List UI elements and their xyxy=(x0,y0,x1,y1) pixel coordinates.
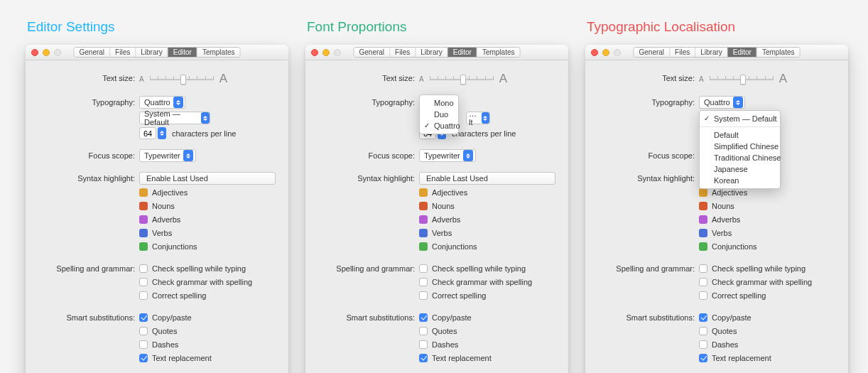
preferences-window: General Files Library Editor Templates T… xyxy=(305,45,568,373)
tab-editor[interactable]: Editor xyxy=(168,48,197,57)
check-spelling-typing[interactable] xyxy=(419,264,428,273)
typography-value: Quattro xyxy=(144,98,170,107)
stepper-arrows-icon[interactable] xyxy=(158,127,166,139)
tab-templates[interactable]: Templates xyxy=(757,48,800,57)
check-correct-spelling[interactable] xyxy=(139,291,148,300)
swatch-nouns[interactable] xyxy=(419,202,428,210)
swatch-adjectives[interactable] xyxy=(419,188,428,197)
font-locale-value: …lt xyxy=(469,109,479,126)
minimize-icon[interactable] xyxy=(602,49,609,56)
tab-general[interactable]: General xyxy=(75,48,111,57)
text-size-slider[interactable] xyxy=(710,74,774,84)
tab-files[interactable]: Files xyxy=(110,48,136,57)
check-spelling-typing[interactable] xyxy=(139,264,148,273)
enable-last-used-button[interactable]: Enable Last Used xyxy=(139,172,276,185)
zoom-icon[interactable] xyxy=(614,49,621,56)
menu-item-quattro[interactable]: Quattro xyxy=(420,120,458,131)
titlebar: General Files Library Editor Templates xyxy=(585,45,848,60)
swatch-adjectives[interactable] xyxy=(699,188,707,197)
menu-item-korean[interactable]: Korean xyxy=(700,175,780,186)
enable-last-used-button[interactable]: Enable Last Used xyxy=(419,172,555,185)
preferences-window: General Files Library Editor Templates T… xyxy=(585,45,848,373)
check-dashes[interactable] xyxy=(699,340,707,349)
tab-library[interactable]: Library xyxy=(416,48,448,57)
menu-item-traditional-chinese[interactable]: Traditional Chinese xyxy=(700,152,780,163)
check-grammar[interactable] xyxy=(419,278,428,286)
tab-files[interactable]: Files xyxy=(390,48,416,57)
menu-separator xyxy=(700,126,780,127)
label-typography: Typography: xyxy=(318,96,419,107)
tab-general[interactable]: General xyxy=(354,48,391,57)
check-quotes[interactable] xyxy=(139,327,148,335)
check-dashes[interactable] xyxy=(419,340,428,349)
font-locale-popup[interactable]: …lt xyxy=(466,112,490,124)
menu-item-default[interactable]: Default xyxy=(700,129,780,141)
tab-editor[interactable]: Editor xyxy=(728,48,757,57)
close-icon[interactable] xyxy=(591,49,598,56)
tab-general[interactable]: General xyxy=(634,48,671,57)
swatch-adverbs[interactable] xyxy=(699,215,707,224)
swatch-nouns[interactable] xyxy=(699,202,707,210)
minimize-icon[interactable] xyxy=(43,49,50,56)
zoom-icon[interactable] xyxy=(334,49,341,56)
menu-item-duo[interactable]: Duo xyxy=(420,109,458,120)
tab-editor[interactable]: Editor xyxy=(448,48,477,57)
check-quotes[interactable] xyxy=(419,327,428,335)
close-icon[interactable] xyxy=(311,49,318,56)
swatch-adjectives[interactable] xyxy=(139,188,148,197)
font-locale-menu: System — Default Default Simplified Chin… xyxy=(699,110,781,189)
check-quotes[interactable] xyxy=(699,327,707,335)
check-copy-paste[interactable] xyxy=(699,313,707,322)
label-smart-subs: Smart substitutions: xyxy=(38,311,139,322)
check-correct-spelling[interactable] xyxy=(419,291,428,300)
cpl-stepper[interactable] xyxy=(139,127,166,139)
cpl-suffix: characters per line xyxy=(452,129,516,138)
tab-files[interactable]: Files xyxy=(670,48,695,57)
check-text-replacement[interactable] xyxy=(419,354,428,362)
focus-scope-popup[interactable]: Typewriter xyxy=(139,149,196,162)
small-a-icon: A xyxy=(419,75,424,83)
typography-popup[interactable]: Quattro xyxy=(139,96,185,109)
menu-item-simplified-chinese[interactable]: Simplified Chinese xyxy=(700,141,780,152)
menu-item-system-default[interactable]: System — Default xyxy=(700,113,780,124)
label-spelling: Spelling and grammar: xyxy=(318,262,419,273)
check-copy-paste[interactable] xyxy=(139,313,148,322)
swatch-verbs[interactable] xyxy=(699,229,707,237)
swatch-adverbs[interactable] xyxy=(139,215,148,224)
font-locale-popup[interactable]: System — Default xyxy=(139,112,210,124)
cpl-field[interactable] xyxy=(139,127,156,139)
menu-item-japanese[interactable]: Japanese xyxy=(700,163,780,175)
tab-library[interactable]: Library xyxy=(136,48,168,57)
swatch-nouns[interactable] xyxy=(139,202,148,210)
swatch-conjunctions[interactable] xyxy=(139,242,148,251)
swatch-adverbs[interactable] xyxy=(419,215,428,224)
check-text-replacement[interactable] xyxy=(139,354,148,362)
tab-library[interactable]: Library xyxy=(695,48,728,57)
chevron-updown-icon xyxy=(173,97,183,108)
preferences-tabs: General Files Library Editor Templates xyxy=(634,47,801,58)
label-text-size: Text size: xyxy=(318,72,419,82)
check-spelling-typing[interactable] xyxy=(699,264,707,273)
text-size-slider[interactable] xyxy=(430,74,494,84)
check-dashes[interactable] xyxy=(139,340,148,349)
minimize-icon[interactable] xyxy=(322,49,330,56)
check-correct-spelling[interactable] xyxy=(699,291,707,300)
small-a-icon: A xyxy=(139,75,144,83)
zoom-icon[interactable] xyxy=(54,49,61,56)
swatch-conjunctions[interactable] xyxy=(419,242,428,251)
tab-templates[interactable]: Templates xyxy=(477,48,520,57)
swatch-conjunctions[interactable] xyxy=(699,242,707,251)
swatch-verbs[interactable] xyxy=(139,229,148,237)
check-grammar[interactable] xyxy=(139,278,148,286)
tab-templates[interactable]: Templates xyxy=(197,48,240,57)
text-size-slider[interactable] xyxy=(150,74,214,84)
typography-popup[interactable]: Quattro xyxy=(699,96,745,109)
label-typography: Typography: xyxy=(598,96,699,107)
swatch-verbs[interactable] xyxy=(419,229,428,237)
check-grammar[interactable] xyxy=(699,278,707,286)
check-text-replacement[interactable] xyxy=(699,354,707,362)
focus-scope-popup[interactable]: Typewriter xyxy=(419,149,476,162)
close-icon[interactable] xyxy=(31,49,38,56)
check-copy-paste[interactable] xyxy=(419,313,428,322)
menu-item-mono[interactable]: Mono xyxy=(420,97,458,109)
